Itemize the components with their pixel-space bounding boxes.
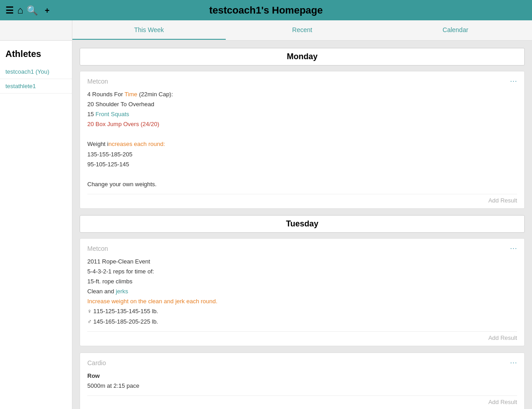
card-body-tuesday-metcon: 2011 Rope-Clean Event 5-4-3-2-1 reps for… — [87, 257, 517, 327]
t-line7: ♂ 145-165-185-205-225 lb. — [87, 318, 158, 325]
line6: 135-155-185-205 — [87, 151, 133, 158]
add-result-tuesday-cardio[interactable]: Add Result — [87, 395, 517, 405]
card-type: Metcon — [87, 78, 517, 85]
card-menu-button[interactable]: ⋯ — [510, 77, 518, 85]
card-body-tuesday-cardio: Row 5000m at 2:15 pace — [87, 371, 517, 391]
line2: 20 Shoulder To Overhead — [87, 101, 154, 108]
line3: 15 Front Squats — [87, 111, 129, 118]
main-content: Monday Metcon ⋯ 4 Rounds For Time (22min… — [72, 41, 532, 409]
add-result-tuesday-metcon[interactable]: Add Result — [87, 331, 517, 341]
sidebar-item-testathlete1[interactable]: testathlete1 — [0, 79, 72, 94]
tab-this-week[interactable]: This Week — [72, 21, 226, 40]
c-line1: Row — [87, 372, 100, 379]
add-result-monday-metcon[interactable]: Add Result — [87, 194, 517, 204]
card-type-tuesday-metcon: Metcon — [87, 245, 517, 252]
header: ☰ ⌂ 🔍 + testcoach1's Homepage — [0, 0, 532, 20]
sidebar-item-testcoach1[interactable]: testcoach1 (You) — [0, 65, 72, 79]
card-menu-button-tuesday-cardio[interactable]: ⋯ — [510, 358, 518, 367]
main-layout: Athletes testcoach1 (You) testathlete1 M… — [0, 41, 532, 409]
line7: 95-105-125-145 — [87, 161, 129, 168]
page-title: testcoach1's Homepage — [209, 5, 323, 16]
line4: 20 Box Jump Overs (24/20) — [87, 121, 159, 127]
line1: 4 Rounds For Time (22min Cap): — [87, 91, 173, 98]
card-menu-button-tuesday-metcon[interactable]: ⋯ — [510, 244, 518, 253]
c-line2: 5000m at 2:15 pace — [87, 382, 139, 389]
t-line2: 5-4-3-2-1 reps for time of: — [87, 268, 154, 275]
t-line1: 2011 Rope-Clean Event — [87, 258, 150, 265]
menu-icon[interactable]: ☰ — [5, 6, 14, 15]
sidebar-tab-placeholder — [0, 20, 72, 40]
card-type-tuesday-cardio: Cardio — [87, 359, 517, 367]
line8: Change your own weights. — [87, 181, 157, 188]
header-icons: ☰ ⌂ 🔍 + — [5, 5, 52, 16]
sidebar-heading: Athletes — [0, 45, 72, 65]
day-header-monday: Monday — [80, 48, 525, 66]
line5: Weight increases each round: — [87, 141, 165, 147]
t-line4: Clean and jerks — [87, 288, 128, 295]
sidebar: Athletes testcoach1 (You) testathlete1 — [0, 41, 72, 409]
t-line6: ♀ 115-125-135-145-155 lb. — [87, 308, 158, 315]
workout-card-monday-metcon: Metcon ⋯ 4 Rounds For Time (22min Cap): … — [80, 71, 525, 209]
tabs-area: This Week Recent Calendar — [72, 20, 532, 40]
search-icon[interactable]: 🔍 — [27, 6, 38, 15]
workout-card-tuesday-cardio: Cardio ⋯ Row 5000m at 2:15 pace Add Resu… — [80, 353, 525, 409]
workout-card-tuesday-metcon: Metcon ⋯ 2011 Rope-Clean Event 5-4-3-2-1… — [80, 238, 525, 346]
nav-tabs-row: This Week Recent Calendar — [0, 20, 532, 41]
t-line5: Increase weight on the clean and jerk ea… — [87, 298, 218, 305]
tab-calendar[interactable]: Calendar — [379, 21, 532, 40]
add-icon[interactable]: + — [42, 5, 52, 16]
home-icon[interactable]: ⌂ — [17, 5, 23, 15]
day-header-tuesday: Tuesday — [80, 215, 525, 233]
t-line3: 15-ft. rope climbs — [87, 278, 133, 285]
tab-recent[interactable]: Recent — [226, 21, 379, 40]
card-body: 4 Rounds For Time (22min Cap): 20 Should… — [87, 89, 517, 189]
